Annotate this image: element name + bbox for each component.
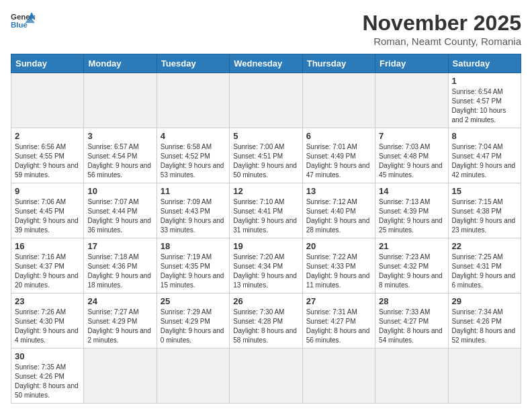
day-info: Sunrise: 7:00 AM Sunset: 4:51 PM Dayligh…: [233, 142, 298, 180]
weekday-header-saturday: Saturday: [448, 54, 521, 73]
calendar-table: SundayMondayTuesdayWednesdayThursdayFrid…: [11, 54, 521, 404]
day-number: 20: [306, 241, 371, 251]
calendar-week-row: 16Sunrise: 7:16 AM Sunset: 4:37 PM Dayli…: [11, 238, 521, 293]
day-number: 12: [233, 186, 298, 196]
day-number: 9: [15, 186, 80, 196]
day-info: Sunrise: 7:13 AM Sunset: 4:39 PM Dayligh…: [379, 197, 444, 235]
calendar-cell: 14Sunrise: 7:13 AM Sunset: 4:39 PM Dayli…: [375, 183, 448, 238]
day-number: 16: [15, 241, 80, 251]
calendar-cell: [302, 349, 375, 404]
day-info: Sunrise: 7:31 AM Sunset: 4:27 PM Dayligh…: [306, 308, 371, 345]
weekday-header-wednesday: Wednesday: [230, 54, 302, 73]
page-header: General Blue November 2025 Roman, Neamt …: [11, 11, 521, 47]
day-info: Sunrise: 7:29 AM Sunset: 4:29 PM Dayligh…: [161, 308, 226, 345]
calendar-cell: 4Sunrise: 6:58 AM Sunset: 4:52 PM Daylig…: [157, 128, 229, 183]
day-number: 18: [161, 241, 226, 251]
day-number: 30: [15, 351, 80, 361]
day-info: Sunrise: 7:34 AM Sunset: 4:26 PM Dayligh…: [452, 308, 517, 345]
day-number: 24: [87, 296, 152, 306]
day-number: 7: [379, 131, 444, 141]
day-info: Sunrise: 7:23 AM Sunset: 4:32 PM Dayligh…: [379, 253, 444, 290]
calendar-cell: 21Sunrise: 7:23 AM Sunset: 4:32 PM Dayli…: [375, 238, 448, 293]
calendar-cell: [230, 349, 302, 404]
day-number: 13: [306, 186, 371, 196]
calendar-cell: 20Sunrise: 7:22 AM Sunset: 4:33 PM Dayli…: [302, 238, 375, 293]
location-subtitle: Roman, Neamt County, Romania: [362, 36, 521, 47]
day-number: 21: [379, 241, 444, 251]
calendar-cell: 12Sunrise: 7:10 AM Sunset: 4:41 PM Dayli…: [230, 183, 302, 238]
day-number: 10: [87, 186, 152, 196]
calendar-cell: [230, 73, 302, 128]
weekday-header-row: SundayMondayTuesdayWednesdayThursdayFrid…: [11, 54, 521, 73]
day-info: Sunrise: 7:19 AM Sunset: 4:35 PM Dayligh…: [161, 253, 226, 290]
day-number: 3: [87, 131, 152, 141]
calendar-cell: [157, 73, 229, 128]
calendar-cell: 7Sunrise: 7:03 AM Sunset: 4:48 PM Daylig…: [375, 128, 448, 183]
calendar-cell: 19Sunrise: 7:20 AM Sunset: 4:34 PM Dayli…: [230, 238, 302, 293]
day-number: 29: [452, 296, 517, 306]
day-info: Sunrise: 7:03 AM Sunset: 4:48 PM Dayligh…: [379, 142, 444, 180]
calendar-cell: [375, 73, 448, 128]
day-number: 23: [15, 296, 80, 306]
day-info: Sunrise: 7:22 AM Sunset: 4:33 PM Dayligh…: [306, 253, 371, 290]
day-info: Sunrise: 7:35 AM Sunset: 4:26 PM Dayligh…: [15, 363, 80, 400]
day-number: 19: [233, 241, 298, 251]
title-block: November 2025 Roman, Neamt County, Roman…: [362, 11, 521, 47]
calendar-cell: 15Sunrise: 7:15 AM Sunset: 4:38 PM Dayli…: [448, 183, 521, 238]
weekday-header-tuesday: Tuesday: [157, 54, 229, 73]
day-number: 11: [161, 186, 226, 196]
day-number: 1: [452, 76, 517, 86]
day-number: 22: [452, 241, 517, 251]
calendar-week-row: 30Sunrise: 7:35 AM Sunset: 4:26 PM Dayli…: [11, 349, 521, 404]
day-number: 26: [233, 296, 298, 306]
calendar-cell: 10Sunrise: 7:07 AM Sunset: 4:44 PM Dayli…: [84, 183, 157, 238]
day-number: 6: [306, 131, 371, 141]
calendar-cell: [302, 73, 375, 128]
day-number: 4: [161, 131, 226, 141]
calendar-week-row: 9Sunrise: 7:06 AM Sunset: 4:45 PM Daylig…: [11, 183, 521, 238]
calendar-cell: 23Sunrise: 7:26 AM Sunset: 4:30 PM Dayli…: [11, 293, 84, 349]
day-info: Sunrise: 7:04 AM Sunset: 4:47 PM Dayligh…: [452, 142, 517, 180]
calendar-cell: 27Sunrise: 7:31 AM Sunset: 4:27 PM Dayli…: [302, 293, 375, 349]
svg-text:Blue: Blue: [11, 21, 28, 29]
day-info: Sunrise: 7:09 AM Sunset: 4:43 PM Dayligh…: [161, 197, 226, 235]
day-info: Sunrise: 6:58 AM Sunset: 4:52 PM Dayligh…: [161, 142, 226, 180]
calendar-cell: 26Sunrise: 7:30 AM Sunset: 4:28 PM Dayli…: [230, 293, 302, 349]
calendar-week-row: 23Sunrise: 7:26 AM Sunset: 4:30 PM Dayli…: [11, 293, 521, 349]
calendar-cell: 2Sunrise: 6:56 AM Sunset: 4:55 PM Daylig…: [11, 128, 84, 183]
day-info: Sunrise: 7:33 AM Sunset: 4:27 PM Dayligh…: [379, 308, 444, 345]
calendar-cell: [84, 349, 157, 404]
day-info: Sunrise: 7:18 AM Sunset: 4:36 PM Dayligh…: [87, 253, 152, 290]
calendar-week-row: 2Sunrise: 6:56 AM Sunset: 4:55 PM Daylig…: [11, 128, 521, 183]
calendar-cell: 8Sunrise: 7:04 AM Sunset: 4:47 PM Daylig…: [448, 128, 521, 183]
day-number: 15: [452, 186, 517, 196]
calendar-cell: 11Sunrise: 7:09 AM Sunset: 4:43 PM Dayli…: [157, 183, 229, 238]
day-info: Sunrise: 7:01 AM Sunset: 4:49 PM Dayligh…: [306, 142, 371, 180]
calendar-cell: 22Sunrise: 7:25 AM Sunset: 4:31 PM Dayli…: [448, 238, 521, 293]
day-info: Sunrise: 7:12 AM Sunset: 4:40 PM Dayligh…: [306, 197, 371, 235]
calendar-cell: 9Sunrise: 7:06 AM Sunset: 4:45 PM Daylig…: [11, 183, 84, 238]
calendar-cell: [375, 349, 448, 404]
calendar-week-row: 1Sunrise: 6:54 AM Sunset: 4:57 PM Daylig…: [11, 73, 521, 128]
day-info: Sunrise: 7:26 AM Sunset: 4:30 PM Dayligh…: [15, 308, 80, 345]
calendar-cell: 28Sunrise: 7:33 AM Sunset: 4:27 PM Dayli…: [375, 293, 448, 349]
day-number: 28: [379, 296, 444, 306]
weekday-header-sunday: Sunday: [11, 54, 84, 73]
day-info: Sunrise: 7:16 AM Sunset: 4:37 PM Dayligh…: [15, 253, 80, 290]
day-number: 17: [87, 241, 152, 251]
logo: General Blue: [11, 11, 35, 31]
day-info: Sunrise: 6:56 AM Sunset: 4:55 PM Dayligh…: [15, 142, 80, 180]
calendar-cell: 5Sunrise: 7:00 AM Sunset: 4:51 PM Daylig…: [230, 128, 302, 183]
calendar-cell: 17Sunrise: 7:18 AM Sunset: 4:36 PM Dayli…: [84, 238, 157, 293]
month-title: November 2025: [362, 11, 521, 36]
calendar-cell: 24Sunrise: 7:27 AM Sunset: 4:29 PM Dayli…: [84, 293, 157, 349]
weekday-header-thursday: Thursday: [302, 54, 375, 73]
day-number: 8: [452, 131, 517, 141]
calendar-cell: 18Sunrise: 7:19 AM Sunset: 4:35 PM Dayli…: [157, 238, 229, 293]
calendar-cell: 13Sunrise: 7:12 AM Sunset: 4:40 PM Dayli…: [302, 183, 375, 238]
calendar-cell: 16Sunrise: 7:16 AM Sunset: 4:37 PM Dayli…: [11, 238, 84, 293]
weekday-header-monday: Monday: [84, 54, 157, 73]
day-info: Sunrise: 7:25 AM Sunset: 4:31 PM Dayligh…: [452, 253, 517, 290]
day-number: 14: [379, 186, 444, 196]
logo-icon: General Blue: [11, 11, 35, 31]
